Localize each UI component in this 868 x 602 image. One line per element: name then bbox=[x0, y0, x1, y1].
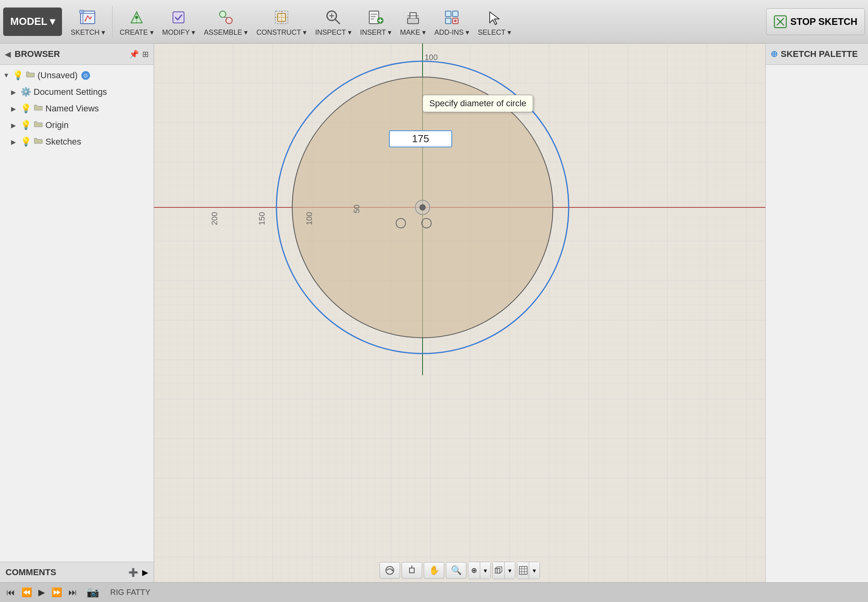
tooltip-text: Specify diameter of circle bbox=[429, 98, 526, 108]
grid-group: ▾ bbox=[517, 562, 540, 579]
svg-rect-30 bbox=[445, 18, 451, 24]
hand-button[interactable]: ✋ bbox=[424, 562, 444, 579]
comments-bar: COMMENTS ➕ ▶ bbox=[0, 562, 154, 582]
folder-icon-sketches bbox=[34, 137, 43, 147]
stop-sketch-label: STOP SKETCH bbox=[790, 16, 857, 27]
toolbar-construct[interactable]: CONSTRUCT ▾ bbox=[252, 5, 310, 38]
tree-arrow-sketches: ▶ bbox=[11, 138, 18, 146]
folder-icon-unsaved bbox=[26, 70, 35, 81]
browser-panel: ◀ BROWSER 📌 ⊞ ▼ 💡 (Unsaved) ⊙ ▶ ⚙️ bbox=[0, 43, 154, 582]
comments-label: COMMENTS bbox=[6, 567, 56, 578]
toolbar-select[interactable]: SELECT ▾ bbox=[474, 5, 515, 38]
browser-expand-icon[interactable]: ⊞ bbox=[142, 49, 149, 59]
stop-sketch-button[interactable]: STOP SKETCH bbox=[766, 8, 865, 35]
assemble-label: ASSEMBLE ▾ bbox=[204, 28, 248, 37]
create-label: CREATE ▾ bbox=[120, 28, 154, 37]
playback-next-button[interactable]: ⏩ bbox=[50, 586, 64, 599]
construct-label: CONSTRUCT ▾ bbox=[256, 28, 306, 37]
browser-collapse-icon[interactable]: ◀ bbox=[5, 49, 11, 59]
tree-arrow-unsaved: ▼ bbox=[3, 72, 10, 79]
tree-item-document-settings[interactable]: ▶ ⚙️ Document Settings bbox=[0, 84, 154, 100]
diameter-input-container[interactable] bbox=[389, 130, 452, 147]
playback-end-button[interactable]: ⏭ bbox=[67, 586, 79, 599]
construct-icon bbox=[271, 7, 292, 28]
tree-label-doc-settings: Document Settings bbox=[34, 87, 107, 97]
unsaved-badge: ⊙ bbox=[81, 71, 90, 80]
svg-line-16 bbox=[335, 19, 340, 24]
tree-item-origin[interactable]: ▶ 💡 Origin bbox=[0, 117, 154, 134]
comments-expand-icon[interactable]: ▶ bbox=[142, 568, 148, 577]
model-dropdown-icon: ▾ bbox=[50, 15, 55, 28]
view-cube-group: ▾ bbox=[492, 562, 515, 579]
select-icon bbox=[484, 7, 505, 28]
browser-header: ◀ BROWSER 📌 ⊞ bbox=[0, 43, 154, 65]
zoom-group: ⊕ ▾ bbox=[468, 562, 491, 579]
toolbar-make[interactable]: MAKE ▾ bbox=[396, 5, 430, 38]
toolbar-create[interactable]: CREATE ▾ bbox=[116, 5, 158, 38]
canvas-area[interactable]: 50 100 150 200 100 Specify diameter of c… bbox=[154, 43, 765, 582]
tree-item-unsaved[interactable]: ▼ 💡 (Unsaved) ⊙ bbox=[0, 67, 154, 84]
diameter-input[interactable] bbox=[393, 133, 448, 145]
stop-sketch-icon bbox=[774, 15, 787, 28]
toolbar-addins[interactable]: ADD-INS ▾ bbox=[430, 5, 473, 38]
browser-pin-icon[interactable]: 📌 bbox=[129, 49, 139, 59]
zoom-dropdown-button[interactable]: ▾ bbox=[480, 562, 490, 579]
addins-label: ADD-INS ▾ bbox=[434, 28, 469, 37]
svg-text:150: 150 bbox=[257, 212, 266, 225]
assemble-icon bbox=[215, 7, 237, 28]
folder-icon-named-views bbox=[34, 103, 43, 114]
toolbar-assemble[interactable]: ASSEMBLE ▾ bbox=[200, 5, 252, 38]
grid-button[interactable] bbox=[517, 562, 529, 579]
tree-arrow-named-views: ▶ bbox=[11, 105, 18, 113]
toolbar-modify[interactable]: MODIFY ▾ bbox=[158, 5, 199, 38]
tree-label-unsaved: (Unsaved) bbox=[38, 70, 77, 81]
model-button[interactable]: MODEL ▾ bbox=[3, 8, 62, 36]
make-label: MAKE ▾ bbox=[400, 28, 426, 37]
modify-icon bbox=[168, 7, 189, 28]
create-icon bbox=[126, 7, 147, 28]
grid-dropdown[interactable]: ▾ bbox=[529, 562, 539, 579]
insert-label: INSERT ▾ bbox=[360, 28, 391, 37]
insert-icon bbox=[365, 7, 386, 28]
tree-arrow-origin: ▶ bbox=[11, 122, 18, 129]
svg-point-6 bbox=[135, 16, 138, 19]
zoom-fit-button[interactable]: ⊕ bbox=[468, 562, 480, 579]
modify-label: MODIFY ▾ bbox=[162, 28, 195, 37]
addins-icon bbox=[441, 7, 462, 28]
sketch-palette-header: ⊕ SKETCH PALETTE bbox=[766, 43, 868, 65]
toolbar-insert[interactable]: INSERT ▾ bbox=[356, 5, 395, 38]
svg-point-8 bbox=[220, 11, 226, 17]
bottom-status-text: RIG FATTY bbox=[110, 588, 150, 597]
svg-rect-59 bbox=[519, 566, 527, 574]
playback-play-button[interactable]: ▶ bbox=[37, 586, 47, 599]
sketch-label: SKETCH ▾ bbox=[71, 28, 105, 37]
playback-start-button[interactable]: ⏮ bbox=[5, 586, 17, 599]
zoom-in-button[interactable]: 🔍 bbox=[446, 562, 466, 579]
view-cube-dropdown[interactable]: ▾ bbox=[505, 562, 515, 579]
orbit-button[interactable] bbox=[380, 562, 400, 579]
eye-icon-sketches: 💡 bbox=[21, 137, 31, 147]
add-comment-icon[interactable]: ➕ bbox=[128, 568, 138, 577]
playback-record-button[interactable]: 📷 bbox=[85, 585, 101, 600]
viewport-controls: ✋ 🔍 ⊕ ▾ ▾ ▾ bbox=[380, 562, 540, 579]
tree-arrow-doc-settings: ▶ bbox=[11, 88, 18, 96]
svg-point-45 bbox=[415, 200, 430, 214]
playback-prev-button[interactable]: ⏪ bbox=[20, 586, 34, 599]
tree-item-sketches[interactable]: ▶ 💡 Sketches bbox=[0, 134, 154, 150]
toolbar-inspect[interactable]: INSPECT ▾ bbox=[311, 5, 355, 38]
toolbar-sketch[interactable]: SKETCH ▾ bbox=[67, 5, 109, 38]
gear-icon-doc-settings: ⚙️ bbox=[21, 87, 31, 97]
pan-button[interactable] bbox=[402, 562, 422, 579]
svg-text:200: 200 bbox=[210, 212, 219, 225]
sep1 bbox=[112, 6, 113, 38]
eye-icon-named-views: 💡 bbox=[21, 103, 31, 114]
tree-item-named-views[interactable]: ▶ 💡 Named Views bbox=[0, 100, 154, 117]
view-cube-button[interactable] bbox=[493, 562, 505, 579]
svg-point-9 bbox=[226, 17, 232, 24]
main-area: ◀ BROWSER 📌 ⊞ ▼ 💡 (Unsaved) ⊙ ▶ ⚙️ bbox=[0, 43, 868, 582]
sketch-palette-title: SKETCH PALETTE bbox=[781, 49, 858, 59]
grid-canvas: 50 100 150 200 100 bbox=[154, 43, 765, 582]
inspect-icon bbox=[323, 7, 344, 28]
eye-icon-origin: 💡 bbox=[21, 120, 31, 130]
bottom-bar: ⏮ ⏪ ▶ ⏩ ⏭ 📷 RIG FATTY bbox=[0, 582, 868, 602]
